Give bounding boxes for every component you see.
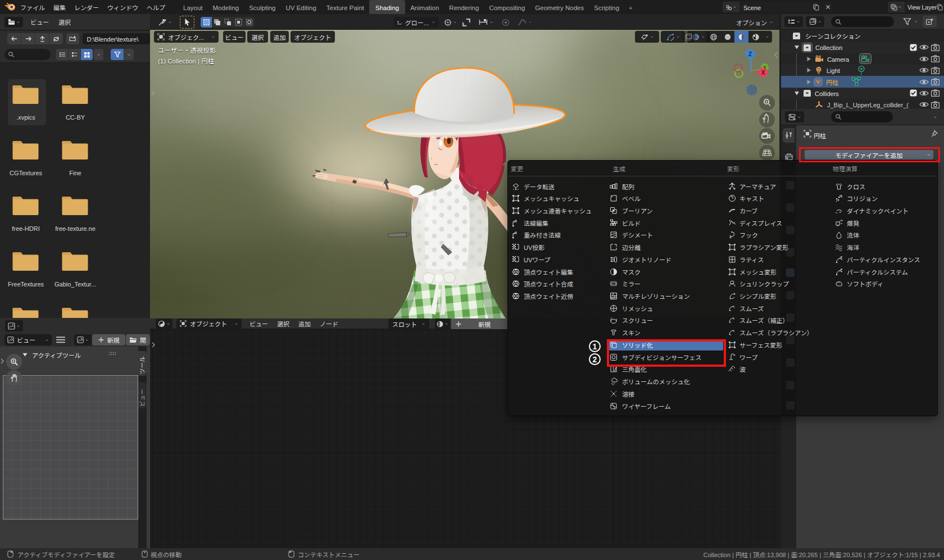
svg-text:Z: Z	[748, 51, 752, 57]
svg-text:ツール: ツール	[138, 356, 146, 374]
svg-text:Y: Y	[763, 65, 766, 70]
svg-text:ビュー: ビュー	[138, 389, 146, 407]
svg-text:X: X	[761, 70, 765, 76]
